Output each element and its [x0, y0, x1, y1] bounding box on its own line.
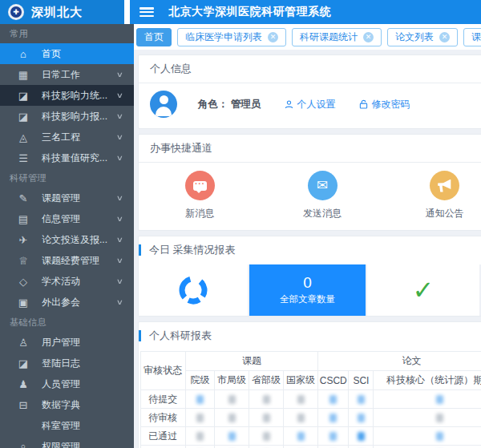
- sidebar-item-2-4[interactable]: 科室管理: [0, 415, 134, 436]
- table-cell: [215, 446, 249, 448]
- hamburger-menu-icon[interactable]: [139, 7, 154, 17]
- table-cell: [185, 427, 214, 446]
- blurred-count-link[interactable]: [297, 395, 305, 404]
- table-col-header: 国家级: [284, 371, 318, 390]
- quick-channel-0[interactable]: 新消息: [139, 171, 261, 220]
- table-cell: [284, 409, 318, 427]
- blurred-count-link[interactable]: [196, 414, 204, 422]
- sidebar-item-2-0[interactable]: ♙用户管理: [0, 332, 134, 353]
- avatar: [150, 91, 177, 118]
- personal-settings-link[interactable]: 个人设置: [285, 98, 335, 111]
- quick-channels-title: 办事快捷通道: [139, 135, 481, 163]
- blurred-count-link[interactable]: [297, 432, 305, 441]
- cap-icon: ◇: [18, 276, 29, 288]
- sidebar-item-0-5[interactable]: ☰科技量值研究...∨: [0, 147, 134, 168]
- sidebar-item-2-1[interactable]: ◪登陆日志: [0, 353, 134, 373]
- personal-info-title: 个人信息: [139, 55, 481, 83]
- sidebar-item-0-3[interactable]: ◪科技影响力报...∨: [0, 106, 134, 127]
- blurred-count-link[interactable]: [228, 414, 236, 422]
- open-tabs-bar: 首页临床医学申请列表✕科研课题统计✕论文列表✕课题费用报表✕用户列表✕: [134, 24, 481, 50]
- sidebar-item-label: 人员管理: [42, 377, 134, 391]
- sidebar-item-1-5[interactable]: ▣外出参会∨: [0, 292, 134, 313]
- sidebar-nav: 常用⌂首页▦日常工作∨◪科技影响力统...∨◪科技影响力报...∨◬三名工程∨☰…: [0, 24, 134, 448]
- sidebar-item-0-0[interactable]: ⌂首页: [0, 43, 134, 64]
- chevron-down-icon: ∨: [116, 298, 123, 306]
- sidebar-section-label: 科研管理: [0, 168, 134, 188]
- blurred-count-link[interactable]: [196, 432, 204, 441]
- briefcase-icon: ▣: [18, 297, 29, 309]
- blurred-count-link[interactable]: [358, 414, 365, 422]
- today-report-card: 今日 采集情况报表 0全部文章数量✓: [138, 236, 481, 317]
- close-icon[interactable]: ✕: [439, 32, 450, 42]
- role-text: 角色： 管理员: [198, 98, 261, 111]
- sidebar-item-1-3[interactable]: ♕课题经费管理∨: [0, 250, 134, 271]
- change-password-link[interactable]: 修改密码: [359, 98, 410, 111]
- app-title: 北京大学深圳医院科研管理系统: [168, 5, 331, 19]
- table-group-header: 论文: [318, 352, 481, 371]
- stat-box-1[interactable]: 0全部文章数量: [249, 264, 366, 316]
- tag-icon: ✎: [18, 192, 29, 204]
- blurred-count-link[interactable]: [329, 432, 337, 441]
- blurred-count-link[interactable]: [228, 432, 236, 441]
- blurred-count-link[interactable]: [329, 395, 337, 404]
- sidebar-section-label: 基础信息: [0, 313, 134, 332]
- sidebar-item-0-1[interactable]: ▦日常工作∨: [0, 64, 134, 85]
- user-icon: ♙: [18, 337, 29, 349]
- blurred-count-link[interactable]: [358, 432, 365, 441]
- sidebar-item-0-4[interactable]: ◬三名工程∨: [0, 127, 134, 147]
- sidebar-item-1-1[interactable]: ▤信息管理∨: [0, 208, 134, 229]
- tab-2[interactable]: 科研课题统计✕: [292, 28, 382, 46]
- row-status-label: 已退回: [141, 446, 186, 448]
- app-header: ✚ 深圳北大 北京大学深圳医院科研管理系统: [0, 0, 481, 24]
- tab-0[interactable]: 首页: [136, 28, 172, 46]
- blurred-count-link[interactable]: [436, 395, 443, 404]
- blurred-count-link[interactable]: [196, 395, 204, 404]
- blurred-count-link[interactable]: [297, 414, 305, 422]
- quick-channel-1[interactable]: ✉发送消息: [261, 171, 384, 220]
- table-cell: [374, 409, 481, 427]
- sidebar-item-2-5[interactable]: ⌕权限管理: [0, 436, 134, 448]
- megaphone-icon: [430, 171, 459, 200]
- sidebar-item-label: 数据字典: [42, 398, 134, 412]
- database-icon: ⊟: [18, 399, 29, 411]
- sidebar-item-2-2[interactable]: ♟人员管理: [0, 373, 134, 394]
- sidebar-item-1-0[interactable]: ✎课题管理∨: [0, 188, 134, 208]
- close-icon[interactable]: ✕: [268, 32, 278, 42]
- sidebar-item-0-2[interactable]: ◪科技影响力统...∨: [0, 85, 134, 106]
- row-status-label: 待审核: [141, 409, 186, 427]
- blurred-count-link[interactable]: [358, 395, 365, 404]
- sidebar-item-1-4[interactable]: ◇学术活动∨: [0, 271, 134, 292]
- mail-icon: ✉: [308, 171, 338, 200]
- sidebar-item-1-2[interactable]: ✈论文投送及报...∨: [0, 229, 134, 250]
- blurred-count-link[interactable]: [228, 395, 236, 404]
- table-row: 已通过: [141, 427, 481, 446]
- list-icon: ☰: [18, 152, 29, 164]
- table-col-header: 市局级: [215, 371, 249, 390]
- triangle-icon: ◬: [18, 131, 29, 143]
- row-status-label: 已通过: [141, 427, 186, 446]
- stat-box-0: [139, 264, 248, 316]
- table-col-header: CSCD: [318, 371, 349, 390]
- blurred-count-link[interactable]: [263, 414, 270, 422]
- main-header-bar: 北京大学深圳医院科研管理系统: [130, 0, 481, 24]
- lock-icon: [359, 99, 368, 109]
- table-cell: [374, 427, 481, 446]
- blurred-count-link[interactable]: [436, 432, 443, 441]
- blurred-count-link[interactable]: [329, 414, 337, 422]
- blurred-count-link[interactable]: [263, 395, 270, 404]
- quick-channel-2[interactable]: 通知公告: [383, 171, 481, 220]
- logo-bar: ✚ 深圳北大: [0, 0, 124, 24]
- tab-4[interactable]: 课题费用报表✕: [463, 28, 481, 46]
- table-cell: [349, 427, 374, 446]
- blurred-count-link[interactable]: [263, 432, 270, 441]
- table-cell: [249, 409, 284, 427]
- close-icon[interactable]: ✕: [363, 32, 374, 42]
- table-row: 待提交: [141, 390, 481, 409]
- table-cell: [215, 409, 249, 427]
- blurred-count-link[interactable]: [436, 414, 443, 422]
- table-col-header: 省部级: [249, 371, 284, 390]
- tab-3[interactable]: 论文列表✕: [387, 28, 458, 46]
- tab-1[interactable]: 临床医学申请列表✕: [177, 28, 286, 46]
- sidebar-item-label: 首页: [42, 47, 134, 61]
- sidebar-item-2-3[interactable]: ⊟数据字典: [0, 394, 134, 415]
